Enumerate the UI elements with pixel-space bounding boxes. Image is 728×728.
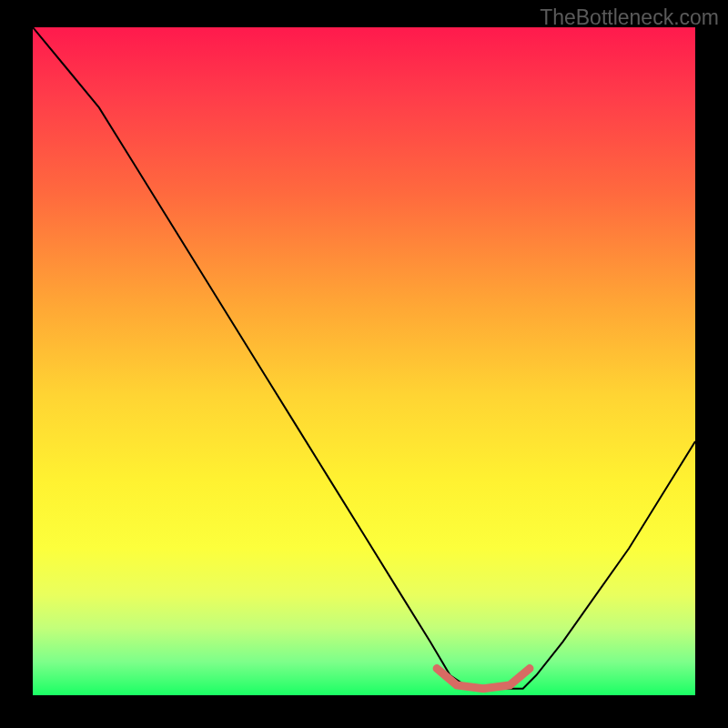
watermark-text: TheBottleneck.com — [540, 5, 719, 30]
plot-gradient-background — [33, 27, 695, 695]
highlight-segment-path — [437, 669, 530, 689]
main-curve-path — [33, 27, 695, 689]
chart-svg — [33, 27, 695, 695]
